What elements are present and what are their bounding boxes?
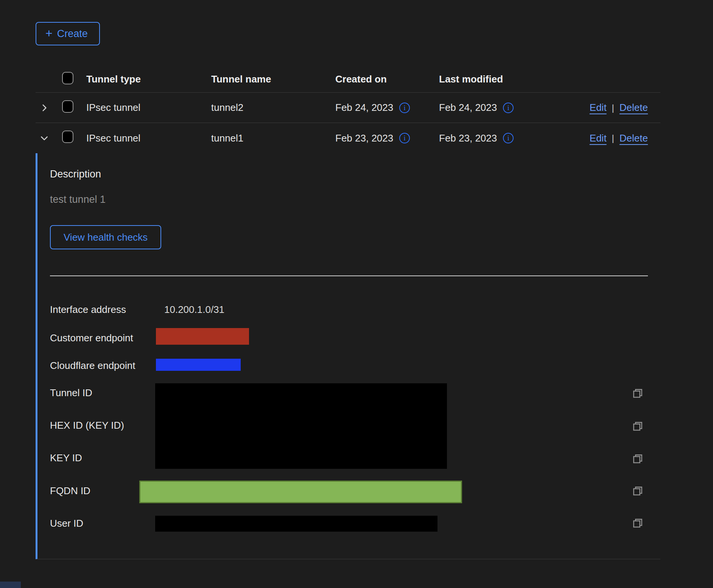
tunnel-table: Tunnel type Tunnel name Created on Last …	[36, 66, 660, 153]
interface-address-label: Interface address	[50, 302, 126, 317]
customer-endpoint-label: Customer endpoint	[50, 330, 133, 345]
actions-separator: |	[612, 133, 614, 143]
copy-hex-id-button[interactable]	[631, 420, 644, 433]
view-health-checks-label: View health checks	[64, 232, 148, 243]
create-button-label: Create	[57, 28, 88, 40]
copy-user-id-button[interactable]	[631, 517, 644, 530]
delete-link[interactable]: Delete	[620, 132, 648, 144]
hex-id-label: HEX ID (KEY ID)	[50, 418, 124, 433]
interface-address-value: 10.200.1.0/31	[164, 302, 224, 317]
chevron-right-icon	[39, 103, 49, 113]
create-button[interactable]: + Create	[36, 22, 100, 45]
info-icon[interactable]: i	[503, 133, 514, 143]
fqdn-id-label: FQDN ID	[50, 483, 90, 498]
delete-link[interactable]: Delete	[620, 102, 648, 114]
tunnel-type-cell: IPsec tunnel	[86, 132, 211, 144]
expand-row-button[interactable]	[39, 103, 49, 113]
header-tunnel-type: Tunnel type	[86, 73, 211, 85]
info-icon[interactable]: i	[399, 133, 410, 143]
copy-icon	[631, 517, 644, 530]
tunnel-name-cell: tunnel1	[211, 132, 335, 144]
key-id-label: KEY ID	[50, 450, 82, 465]
bottom-edge-strip	[0, 582, 21, 588]
plus-icon: +	[45, 27, 53, 39]
row-checkbox[interactable]	[62, 131, 73, 143]
collapse-row-button[interactable]	[39, 133, 49, 143]
select-all-checkbox[interactable]	[62, 72, 73, 84]
user-id-redacted-value	[155, 516, 437, 532]
created-on-cell: Feb 23, 2023	[335, 132, 393, 144]
last-modified-cell: Feb 24, 2023	[439, 102, 497, 114]
tunnel-name-cell: tunnel2	[211, 102, 335, 114]
panel-divider	[50, 275, 648, 276]
tunnel-id-label: Tunnel ID	[50, 385, 92, 400]
header-tunnel-name: Tunnel name	[211, 73, 335, 85]
copy-tunnel-id-button[interactable]	[631, 387, 644, 400]
actions-separator: |	[612, 103, 614, 113]
ids-redacted-values	[155, 383, 447, 469]
created-on-cell: Feb 24, 2023	[335, 102, 393, 114]
description-label: Description	[50, 166, 101, 182]
header-created-on: Created on	[335, 73, 439, 85]
cloudflare-endpoint-label: Cloudflare endpoint	[50, 358, 135, 373]
cloudflare-endpoint-redacted-value	[156, 359, 241, 371]
copy-icon	[631, 485, 644, 498]
copy-fqdn-id-button[interactable]	[631, 485, 644, 498]
last-modified-cell: Feb 23, 2023	[439, 132, 497, 144]
table-header-row: Tunnel type Tunnel name Created on Last …	[36, 66, 660, 93]
table-row: IPsec tunnel tunnel2 Feb 24, 2023 i Feb …	[36, 93, 660, 123]
edit-link[interactable]: Edit	[590, 102, 607, 114]
tunnel-type-cell: IPsec tunnel	[86, 102, 211, 114]
info-icon[interactable]: i	[399, 103, 410, 113]
copy-icon	[631, 453, 644, 465]
view-health-checks-button[interactable]: View health checks	[50, 225, 161, 249]
copy-key-id-button[interactable]	[631, 453, 644, 465]
copy-icon	[631, 420, 644, 433]
info-icon[interactable]: i	[503, 103, 514, 113]
edit-link[interactable]: Edit	[590, 132, 607, 144]
table-row: IPsec tunnel tunnel1 Feb 23, 2023 i Feb …	[36, 123, 660, 153]
tunnel-detail-panel: Description test tunnel 1 View health ch…	[36, 153, 660, 559]
chevron-down-icon	[39, 133, 49, 143]
customer-endpoint-redacted-value	[156, 328, 249, 345]
description-value: test tunnel 1	[50, 194, 106, 205]
fqdn-id-redacted-value	[139, 481, 462, 503]
user-id-label: User ID	[50, 516, 83, 531]
copy-icon	[631, 387, 644, 400]
header-last-modified: Last modified	[439, 73, 555, 85]
row-checkbox[interactable]	[62, 100, 73, 113]
